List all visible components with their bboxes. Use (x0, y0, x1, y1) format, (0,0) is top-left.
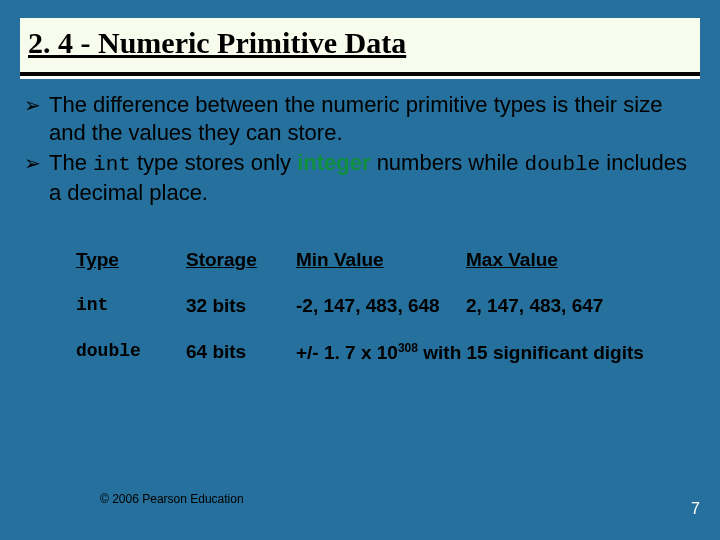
slide-title: 2. 4 - Numeric Primitive Data (28, 26, 692, 60)
text-fragment: with 15 significant digits (418, 342, 644, 363)
code-double: double (525, 153, 601, 176)
content-area: ➢ The difference between the numeric pri… (24, 91, 696, 376)
cell-type: double (76, 329, 186, 376)
bullet-item: ➢ The int type stores only integer numbe… (24, 149, 696, 207)
code-int: int (93, 153, 131, 176)
highlight-integer: integer (297, 150, 370, 175)
col-header-type: Type (76, 237, 186, 283)
table-header-row: Type Storage Min Value Max Value (76, 237, 662, 283)
title-underline (20, 76, 700, 79)
cell-storage: 64 bits (186, 329, 296, 376)
table-row: int 32 bits -2, 147, 483, 648 2, 147, 48… (76, 283, 662, 329)
table-row: double 64 bits +/- 1. 7 x 10308 with 15 … (76, 329, 662, 376)
col-header-max: Max Value (466, 237, 662, 283)
col-header-storage: Storage (186, 237, 296, 283)
bullet-text: The int type stores only integer numbers… (49, 149, 696, 207)
types-table: Type Storage Min Value Max Value int 32 … (76, 237, 662, 376)
text-fragment: The (49, 150, 93, 175)
bullet-arrow-icon: ➢ (24, 149, 41, 177)
page-number: 7 (691, 500, 700, 518)
cell-type: int (76, 283, 186, 329)
cell-storage: 32 bits (186, 283, 296, 329)
cell-min: -2, 147, 483, 648 (296, 283, 466, 329)
bullet-item: ➢ The difference between the numeric pri… (24, 91, 696, 147)
text-fragment: numbers while (371, 150, 525, 175)
title-box: 2. 4 - Numeric Primitive Data (20, 18, 700, 76)
cell-max: 2, 147, 483, 647 (466, 283, 662, 329)
text-fragment: +/- 1. 7 x 10 (296, 342, 398, 363)
copyright-footer: © 2006 Pearson Education (100, 492, 244, 506)
col-header-min: Min Value (296, 237, 466, 283)
bullet-text: The difference between the numeric primi… (49, 91, 696, 147)
cell-range: +/- 1. 7 x 10308 with 15 significant dig… (296, 329, 662, 376)
bullet-arrow-icon: ➢ (24, 91, 41, 119)
text-fragment: type stores only (131, 150, 297, 175)
exponent: 308 (398, 341, 418, 355)
